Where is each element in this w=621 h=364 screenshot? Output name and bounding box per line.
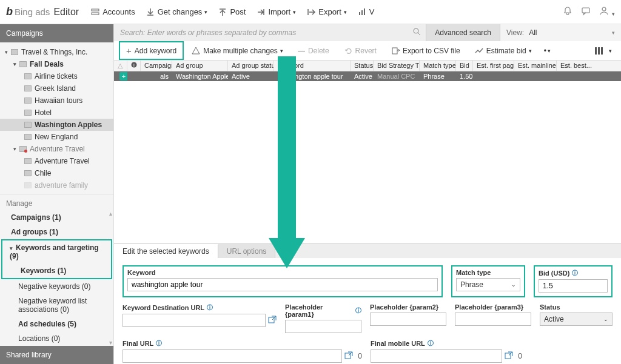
revert-icon [344,47,352,55]
tree-adgroup-hotel[interactable]: Hotel [0,107,113,119]
manage-ad-groups[interactable]: Ad groups (1) [0,225,113,239]
user-menu[interactable]: ▾ [599,6,615,18]
manage-section-label: Manage [0,194,113,210]
notifications-icon[interactable] [563,6,572,18]
content-area: Advanced search View: All ▾ + Add keywor… [114,24,621,364]
keyword-input[interactable] [127,278,438,291]
info-icon[interactable]: ⓘ [156,339,162,348]
toolbar-overflow[interactable]: • ▾ [540,44,555,58]
match-type-select[interactable]: Phrase ⌄ [456,278,520,291]
col-est-first[interactable]: Est. first pag... [473,61,514,71]
revert-button[interactable]: Revert [337,44,383,58]
tree-adgroup-greek[interactable]: Greek Island [0,82,113,94]
col-ad-group-status[interactable]: Ad group status [228,61,274,71]
final-mobile-url-input[interactable] [371,349,502,363]
tree-adgroup-new-england[interactable]: New England [0,131,113,143]
search-icon[interactable] [408,28,426,38]
adgroup-icon [24,170,32,176]
tab-edit-selected[interactable]: Edit the selected keywords [114,244,218,258]
final-url-input[interactable] [123,349,342,363]
manage-neg-list-assoc[interactable]: Negative keyword list associations (0) [0,294,113,317]
manage-locations[interactable]: Locations (0) [0,331,113,346]
export-file-icon [391,47,400,55]
tree-campaign-adventure[interactable]: ▾Adventure Travel [0,143,113,155]
view-selector[interactable]: View: All ▾ [500,24,621,41]
dest-url-input[interactable] [123,314,266,327]
info-icon[interactable]: ⓘ [428,339,434,348]
table-row[interactable]: + als Washington Apples Active washingto… [114,71,621,81]
external-link-icon[interactable] [344,351,353,362]
scroll-up-icon[interactable]: ▴ [109,210,112,217]
manage-ad-schedules[interactable]: Ad schedules (5) [0,317,113,331]
get-changes-menu[interactable]: Get changes ▾ [146,7,208,16]
tree-campaign-fall-deals[interactable]: ▾Fall Deals [0,58,113,70]
edit-tabs: Edit the selected keywords URL options [114,243,621,258]
scroll-down-icon[interactable]: ▾ [109,339,112,346]
external-link-icon[interactable] [505,351,513,362]
grid-body-empty [114,81,621,243]
tab-url-options[interactable]: URL options [218,244,276,258]
col-bid[interactable]: Bid [456,61,473,71]
manage-negative-keywords[interactable]: Negative keywords (0) [0,279,113,294]
tree-adgroup-hawaiian[interactable]: Hawaiian tours [0,94,113,107]
advanced-search-button[interactable]: Advanced search [426,24,500,41]
tree-adgroup-airline[interactable]: Airline tickets [0,70,113,82]
import-menu[interactable]: Import ▾ [257,7,296,16]
col-ad-group[interactable]: Ad group [172,61,228,71]
tree-account[interactable]: ▾Travel & Things, Inc. [0,46,113,58]
make-multiple-changes-button[interactable]: Make multiple changes ▾ [185,44,290,58]
col-est-mainline[interactable]: Est. mainline... [514,61,557,71]
adgroup-icon [24,110,32,116]
manage-keywords-targeting[interactable]: ▾Keywords and targeting (9) [2,240,111,263]
manage-keywords[interactable]: Keywords (1) [2,263,111,278]
visualization-menu[interactable]: V [358,7,375,16]
param2-input[interactable] [370,313,446,326]
keyword-label: Keyword [127,269,438,276]
sidebar-header-campaigns[interactable]: Campaigns [0,24,113,42]
estimate-bid-button[interactable]: Estimate bid ▾ [468,44,539,58]
export-label: Export [318,7,341,16]
col-status[interactable]: Status [351,61,374,71]
add-keyword-button[interactable]: + Add keyword [119,41,184,60]
col-campaign[interactable]: Campaign [141,61,172,71]
feedback-icon[interactable] [581,6,591,18]
status-select[interactable]: Active ⌄ [540,313,613,326]
info-icon[interactable]: ⓘ [572,269,578,277]
external-link-icon[interactable] [268,316,277,326]
col-match-type[interactable]: Match type [420,61,456,71]
chevron-down-icon: ▾ [344,9,347,15]
col-bid-strategy[interactable]: Bid Strategy T... [374,61,420,71]
post-menu[interactable]: Post [218,7,246,16]
campaign-icon [19,146,27,152]
columns-button[interactable]: ▾ [590,44,616,58]
delete-button[interactable]: — Delete [291,44,336,58]
shared-library-button[interactable]: Shared library [0,346,113,364]
search-input[interactable] [114,24,408,41]
bid-input[interactable] [539,279,608,293]
svg-point-6 [602,7,606,11]
minus-icon: — [298,47,305,55]
adgroup-icon [24,98,32,104]
cell-bid: 1.50 [456,72,473,81]
col-est-best[interactable]: Est. best... [557,61,621,71]
cell-keyword: washington apple tour [274,72,351,81]
info-icon[interactable]: ⓘ [207,303,213,312]
param3-input[interactable] [455,313,531,326]
app-logo: b Bing ads Editor [6,5,79,18]
info-icon[interactable]: ⓘ [355,306,361,315]
tree-adgroup-adventure-family[interactable]: adventure family [0,179,113,191]
export-csv-button[interactable]: Export to CSV file [384,44,467,58]
col-status-icon[interactable]: i [127,61,141,71]
grid-header: △ i Campaign Ad group Ad group status Ke… [114,60,621,71]
tree-adgroup-adventure-travel[interactable]: Adventure Travel [0,155,113,167]
tree-adgroup-chile[interactable]: Chile [0,167,113,179]
col-add[interactable]: △ [114,61,127,71]
col-keyword[interactable]: Keyword [274,61,351,71]
param1-input[interactable] [285,320,361,333]
accounts-menu[interactable]: Accounts [91,7,135,16]
export-menu[interactable]: Export ▾ [307,7,347,16]
chevron-down-icon: ⌄ [603,316,608,322]
manage-campaigns[interactable]: Campaigns (1) [0,210,113,225]
view-value: All [529,28,537,37]
tree-adgroup-washington[interactable]: Washington Apples [0,119,113,131]
